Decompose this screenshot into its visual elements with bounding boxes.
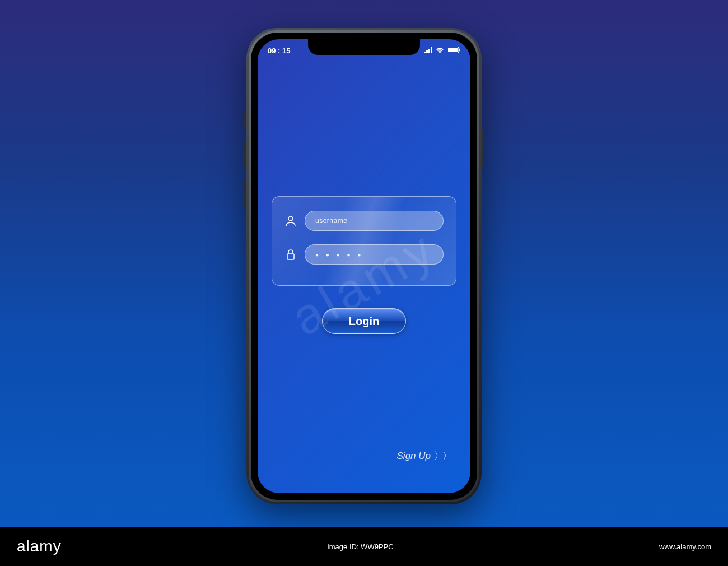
lock-icon bbox=[284, 248, 297, 261]
footer-brand: alamy bbox=[17, 537, 62, 555]
footer-site: www.alamy.com bbox=[659, 542, 711, 551]
chevron-right-icon: 〉〉 bbox=[434, 449, 451, 462]
signup-link[interactable]: Sign Up 〉〉 bbox=[397, 449, 451, 462]
wifi-icon bbox=[436, 47, 444, 55]
phone-frame: 09 : 15 bbox=[246, 28, 482, 504]
username-row: username bbox=[284, 211, 444, 231]
battery-icon bbox=[447, 47, 460, 55]
password-input[interactable]: ● ● ● ● ● bbox=[305, 244, 444, 265]
svg-rect-6 bbox=[459, 48, 460, 51]
signup-label: Sign Up bbox=[397, 451, 431, 462]
phone-screen: 09 : 15 bbox=[258, 39, 470, 493]
user-icon bbox=[284, 215, 297, 227]
svg-rect-0 bbox=[424, 52, 426, 53]
phone-side-buttons-left bbox=[244, 112, 246, 219]
username-input[interactable]: username bbox=[305, 211, 444, 231]
footer-image-id: Image ID: WW9PPC bbox=[327, 542, 393, 551]
svg-rect-1 bbox=[426, 50, 428, 53]
svg-rect-3 bbox=[431, 47, 432, 53]
svg-rect-2 bbox=[428, 49, 430, 53]
svg-point-7 bbox=[288, 216, 293, 221]
phone-notch bbox=[308, 39, 420, 55]
svg-rect-5 bbox=[448, 48, 458, 52]
signal-icon bbox=[424, 47, 433, 55]
password-row: ● ● ● ● ● bbox=[284, 244, 444, 265]
login-card: username ● ● ● ● ● bbox=[272, 196, 456, 286]
login-button[interactable]: Login bbox=[322, 308, 406, 334]
phone-side-button-right bbox=[482, 129, 484, 168]
status-time: 09 : 15 bbox=[268, 47, 290, 55]
footer-bar: alamy Image ID: WW9PPC www.alamy.com bbox=[0, 527, 728, 566]
svg-rect-8 bbox=[287, 254, 294, 259]
